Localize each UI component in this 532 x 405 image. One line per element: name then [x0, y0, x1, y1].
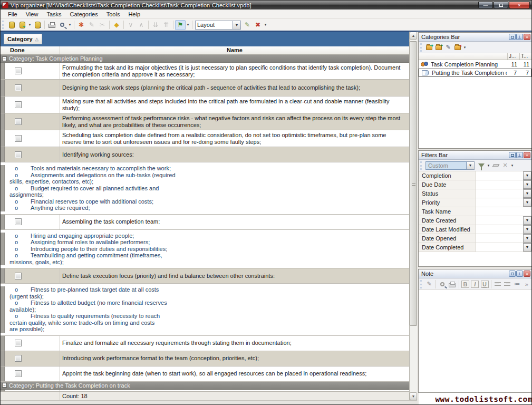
filter-value-field[interactable] [476, 243, 523, 252]
panel-close-icon[interactable]: × [524, 34, 530, 40]
task-row[interactable]: Define task execution focus (priority) a… [1, 268, 409, 284]
panel-restore-icon[interactable] [509, 34, 516, 40]
new-database-icon[interactable] [6, 20, 17, 30]
task-checkbox[interactable] [15, 218, 22, 225]
filter-value-field[interactable] [476, 189, 523, 198]
layout-combobox[interactable]: Layout ▼ [195, 21, 241, 30]
notifications-dropdown-caret[interactable]: ▾ [186, 23, 190, 27]
move-top-icon[interactable]: ⇈ [161, 20, 171, 30]
clear-filter-icon[interactable] [491, 161, 500, 170]
filter-value-field[interactable] [476, 171, 523, 180]
italic-icon[interactable]: I [470, 279, 480, 288]
scrollbar-thumb[interactable] [410, 41, 417, 326]
layout-value[interactable]: Layout [195, 21, 233, 30]
task-checkbox[interactable] [15, 151, 22, 158]
delete-task-icon[interactable]: ✂ [97, 20, 108, 30]
apply-layout-icon[interactable]: ✎ [242, 20, 253, 30]
move-down-icon[interactable]: ∨ [125, 20, 136, 30]
task-row[interactable]: Finalize and formalize all necessary req… [1, 336, 409, 351]
task-row[interactable]: Assembling the task completion team: [1, 215, 409, 230]
task-row[interactable]: Identifying working sources: [1, 147, 409, 162]
panel-close-icon[interactable]: × [524, 271, 530, 277]
edit-note-icon[interactable]: ✎ [424, 279, 434, 288]
filter-value-field[interactable] [476, 216, 523, 225]
minimize-button[interactable]: — [478, 2, 493, 9]
task-checkbox[interactable] [15, 355, 22, 362]
task-checkbox[interactable] [15, 118, 22, 125]
task-checkbox[interactable] [15, 68, 22, 74]
filter-dropdown-button[interactable]: ▼ [523, 216, 531, 225]
sub-list-row[interactable]: oHiring and engaging appropriate people;… [1, 230, 409, 269]
collapse-icon[interactable]: − [2, 56, 7, 61]
vertical-scrollbar[interactable]: ▲ ▼ [409, 32, 417, 400]
panel-pin-icon[interactable]: ⟂ [516, 152, 523, 158]
save-database-icon[interactable]: ▪ [32, 20, 43, 30]
edit-category-icon[interactable]: ✎ [443, 43, 453, 52]
panel-pin-icon[interactable]: ⟂ [516, 34, 523, 40]
task-row[interactable]: Introducing work performance format to t… [1, 351, 409, 367]
toolbar-grip[interactable] [2, 21, 5, 29]
print-icon[interactable] [46, 20, 57, 30]
new-category-icon[interactable]: ➜ [424, 43, 434, 52]
menu-tasks[interactable]: Tasks [42, 10, 65, 18]
delete-category-icon[interactable]: × [453, 43, 462, 52]
categories-more-caret[interactable]: ▾ [462, 45, 467, 50]
menu-file[interactable]: File [4, 10, 22, 18]
open-database-icon[interactable]: ➜ [17, 20, 27, 30]
open-dropdown-caret[interactable]: ▾ [27, 23, 32, 27]
categories-col1[interactable]: J... [507, 53, 519, 60]
task-row[interactable]: Making sure that all activities and step… [1, 97, 409, 113]
filter-dropdown-button[interactable]: ▼ [523, 198, 531, 207]
note-toolbar-overflow[interactable]: » [522, 279, 531, 288]
delete-filter-icon[interactable]: ✕ [500, 161, 510, 170]
filter-dropdown-caret[interactable]: ▾ [486, 163, 491, 168]
layout-more-caret[interactable]: ▾ [263, 23, 268, 27]
align-right-icon[interactable] [502, 279, 512, 288]
group-header[interactable]: − Category: Putting the Task Completion … [1, 382, 409, 390]
menu-categories[interactable]: Categories [66, 10, 102, 18]
scroll-down-button[interactable]: ▼ [410, 392, 417, 400]
task-checkbox[interactable] [15, 84, 22, 91]
filter-dropdown-button[interactable]: ▼ [523, 189, 531, 198]
menu-help[interactable]: Help [124, 10, 144, 18]
group-header[interactable]: − Category: Task Completion Planning [1, 55, 409, 63]
note-content[interactable] [419, 290, 531, 392]
task-checkbox[interactable] [15, 101, 22, 108]
panel-restore-icon[interactable] [509, 152, 516, 158]
task-row[interactable]: Formulating the task and its major objec… [1, 63, 409, 80]
filter-value-field[interactable] [476, 198, 523, 207]
preview-note-icon[interactable] [438, 279, 447, 288]
assign-icon[interactable]: ◆ [111, 20, 122, 30]
panel-restore-icon[interactable] [509, 271, 516, 277]
collapse-icon[interactable]: − [2, 383, 7, 388]
task-row[interactable]: Scheduling task completion date defined … [1, 130, 409, 147]
restore-button[interactable] [494, 2, 508, 9]
panel-close-icon[interactable]: × [524, 152, 530, 158]
notifications-icon[interactable]: ⚑ [175, 20, 186, 30]
print-dropdown-caret[interactable]: ▾ [67, 23, 72, 27]
filter-value-field[interactable] [476, 234, 523, 243]
task-checkbox[interactable] [15, 273, 22, 279]
filter-dropdown-button[interactable]: ▼ [523, 234, 531, 243]
task-checkbox[interactable] [15, 135, 22, 142]
apply-filter-icon[interactable] [477, 161, 486, 170]
close-button[interactable]: × [509, 2, 530, 9]
sub-list-row[interactable]: oTools and materials necessary to accomp… [1, 162, 409, 215]
menu-view[interactable]: View [22, 10, 43, 18]
filter-preset-combobox[interactable]: Custom ▼ [425, 161, 475, 170]
new-task-icon[interactable]: ✱ [76, 20, 86, 30]
filter-value-field[interactable] [476, 180, 523, 189]
delete-layout-icon[interactable]: ✖ [253, 20, 263, 30]
filter-preset-dropdown[interactable]: ▼ [467, 161, 475, 170]
category-row[interactable]: Task Completion Planning 11 11 [419, 60, 531, 69]
menu-tools[interactable]: Tools [102, 10, 124, 18]
task-row[interactable]: Designing the task work steps (planning … [1, 80, 409, 97]
filter-value-field[interactable] [476, 207, 531, 216]
underline-icon[interactable]: U [480, 279, 489, 288]
move-up-icon[interactable]: ∧ [136, 20, 147, 30]
categories-col2[interactable]: T... [519, 53, 531, 60]
task-row[interactable]: Performing assessment of task performanc… [1, 113, 409, 130]
column-header-name[interactable]: Name [60, 46, 409, 54]
move-bottom-icon[interactable]: ⇊ [150, 20, 161, 30]
task-checkbox[interactable] [15, 370, 22, 377]
